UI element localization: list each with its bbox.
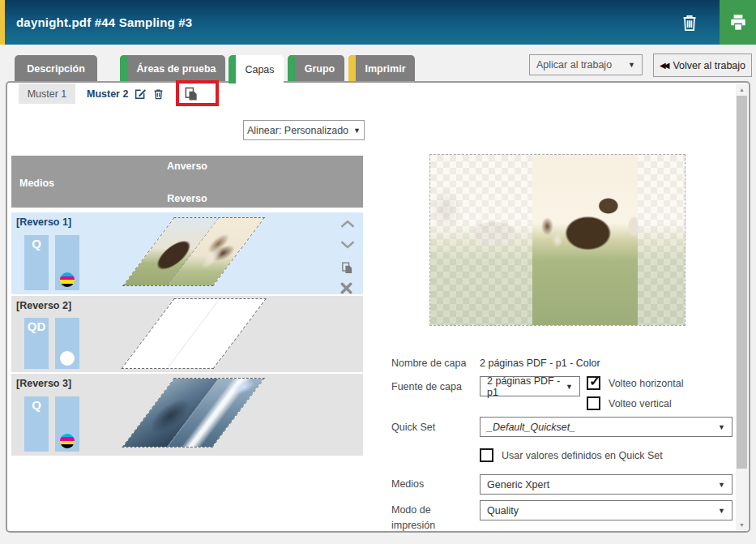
layer-row-label: [Reverso 2]: [16, 300, 71, 311]
print-mode-dropdown[interactable]: Quality ▼: [480, 500, 733, 520]
flip-horizontal-checkbox[interactable]: ✓: [587, 376, 600, 390]
tab-status-stripe: [229, 55, 236, 84]
muster-1-tab[interactable]: Muster 1: [19, 84, 75, 104]
dropdown-arrow-icon: ▼: [628, 61, 635, 69]
ink-bar: [55, 235, 79, 290]
back-to-job-button[interactable]: ◀◀ Volver al trabajo: [653, 54, 752, 77]
use-quickset-values-checkbox[interactable]: [480, 448, 493, 462]
layer-thumbnail: [122, 378, 265, 448]
quality-bar: Q: [24, 396, 49, 452]
tab-status-stripe: [348, 55, 356, 82]
dropdown-arrow-icon: ▼: [718, 423, 725, 431]
muster-2-tab-active[interactable]: Muster 2: [79, 84, 174, 104]
scrollbar-thumb[interactable]: [737, 96, 747, 469]
flip-vertical-label: Volteo vertical: [609, 398, 672, 409]
tab-descripcion[interactable]: Descripción: [15, 55, 97, 82]
quality-bar: Q: [24, 235, 49, 290]
column-reverso: Reverso: [11, 193, 363, 204]
layer-thumbnail: [121, 298, 267, 369]
print-mode-value: Quality: [487, 505, 519, 516]
duplicate-muster-button[interactable]: [183, 86, 201, 102]
quality-bar: QD: [24, 318, 49, 369]
scroll-up-button[interactable]: ▲: [736, 84, 748, 95]
media-label: Medios: [391, 478, 424, 490]
flip-vertical-checkbox[interactable]: [587, 396, 600, 410]
tab-grupo[interactable]: Grupo: [288, 55, 344, 82]
layer-thumbnail: [122, 217, 265, 286]
align-value: Alinear: Personalizado: [247, 125, 348, 136]
layer-row-reverso-3[interactable]: [Reverso 3] Q: [11, 374, 363, 456]
media-dropdown[interactable]: Generic Xpert ▼: [480, 474, 733, 495]
dropdown-arrow-icon: ▼: [718, 481, 725, 489]
tab-imprimir[interactable]: Imprimir: [348, 55, 415, 82]
quickset-value: _Default_Quickset_: [487, 422, 575, 433]
preview-opaque-region: [532, 155, 638, 325]
tab-areas-de-prueba[interactable]: Áreas de prueba: [120, 55, 225, 82]
print-button[interactable]: [720, 0, 756, 45]
job-header: daynight.pdf #44 Sampling #3: [0, 0, 756, 45]
layer-source-dropdown[interactable]: 2 páginas PDF - p1 ▼: [480, 376, 580, 396]
layer-row-label: [Reverso 3]: [16, 378, 71, 389]
check-icon: ✓: [589, 373, 600, 390]
delete-muster-icon[interactable]: [152, 88, 164, 101]
muster-2-label: Muster 2: [87, 88, 128, 100]
apply-to-job-label: Aplicar al trabajo: [536, 59, 612, 71]
move-layer-down-button[interactable]: [340, 240, 357, 256]
quickset-dropdown[interactable]: _Default_Quickset_ ▼: [480, 417, 733, 437]
column-medios: Medios: [19, 178, 54, 189]
layer-name-value: 2 páginas PDF - p1 - Color: [480, 358, 600, 369]
quality-badge: Q: [24, 237, 49, 251]
tab-status-stripe: [288, 55, 295, 82]
delete-job-button[interactable]: [679, 12, 700, 33]
ink-bar: [55, 318, 79, 369]
flip-horizontal-label: Volteo horizontal: [609, 378, 683, 389]
tab-label: Capas: [245, 64, 274, 75]
layer-preview-image: [429, 154, 686, 326]
tab-label: Imprimir: [365, 63, 405, 75]
preview-opaque-scene: [532, 155, 638, 325]
printer-icon: [728, 12, 749, 33]
quality-badge: Q: [24, 398, 49, 412]
layer-name-label: Nombre de capa: [391, 358, 466, 369]
dropdown-arrow-icon: ▼: [353, 126, 361, 135]
cmyk-ink-icon: [60, 272, 75, 287]
copy-icon: [183, 86, 201, 102]
move-layer-up-button[interactable]: [340, 219, 357, 235]
scroll-down-button[interactable]: ▼: [736, 519, 748, 530]
tab-status-stripe: [120, 55, 127, 82]
muster-1-label: Muster 1: [28, 88, 67, 100]
use-quickset-values-label: Usar valores definidos en Quick Set: [502, 450, 663, 461]
print-mode-label: Modo de impresión: [391, 503, 442, 533]
header-accent-stripe: [0, 0, 5, 45]
align-dropdown[interactable]: Alinear: Personalizado ▼: [243, 120, 365, 140]
rename-muster-icon[interactable]: [134, 88, 147, 101]
layer-source-value: 2 páginas PDF - p1: [487, 375, 566, 398]
quality-badge: QD: [24, 319, 49, 333]
layer-row-actions: [340, 216, 358, 303]
ink-bar: [55, 396, 79, 452]
job-title: daynight.pdf #44 Sampling #3: [16, 0, 192, 45]
white-ink-icon: [60, 351, 75, 366]
tab-label: Grupo: [305, 63, 335, 75]
layer-row-reverso-2[interactable]: [Reverso 2] QD: [11, 296, 363, 372]
dropdown-arrow-icon: ▼: [718, 507, 725, 515]
tab-label: Descripción: [27, 63, 85, 75]
back-to-job-label: Volver al trabajo: [673, 60, 745, 71]
quickset-label: Quick Set: [391, 422, 435, 433]
panel-scrollbar[interactable]: ▲ ▼: [736, 84, 748, 530]
app-window: daynight.pdf #44 Sampling #3 Descrip: [0, 0, 756, 544]
tab-capas-active[interactable]: Capas: [229, 55, 284, 84]
tab-label: Áreas de prueba: [137, 63, 216, 75]
layer-source-label: Fuente de capa: [391, 381, 462, 392]
dropdown-arrow-icon: ▼: [566, 383, 573, 391]
cmyk-ink-icon: [60, 434, 75, 448]
media-table-header: Anverso Medios Reverso: [11, 156, 363, 208]
trash-icon: [679, 12, 700, 33]
layer-row-reverso-1-selected[interactable]: [Reverso 1] Q: [11, 212, 363, 294]
double-back-arrow-icon: ◀◀: [660, 61, 667, 70]
column-anverso: Anverso: [11, 161, 363, 172]
media-value: Generic Xpert: [487, 479, 549, 490]
layer-row-label: [Reverso 1]: [16, 216, 71, 228]
duplicate-layer-button[interactable]: [340, 261, 357, 277]
apply-to-job-dropdown[interactable]: Aplicar al trabajo ▼: [529, 54, 643, 75]
